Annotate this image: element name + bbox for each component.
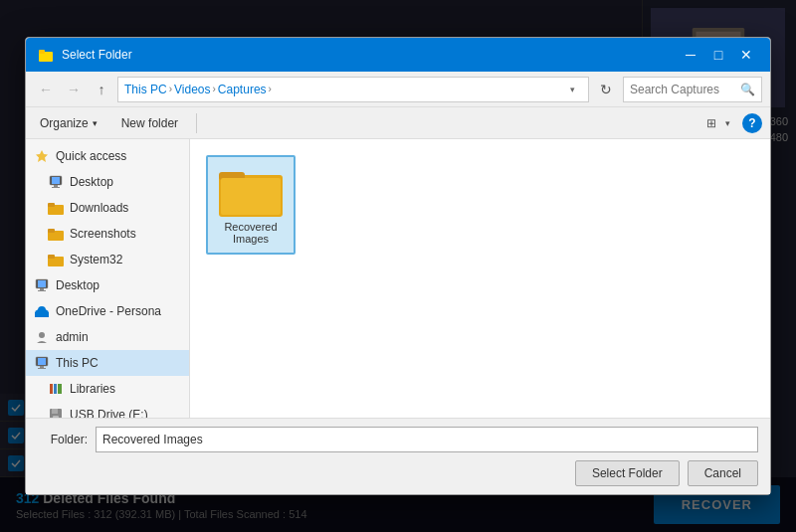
sidebar-label-downloads: Downloads <box>70 201 128 215</box>
sidebar-item-desktop2[interactable]: Desktop <box>26 272 189 298</box>
folder-label-recovered-images: Recovered Images <box>212 221 290 245</box>
cancel-button[interactable]: Cancel <box>688 460 758 486</box>
svg-rect-21 <box>38 290 46 291</box>
sidebar-icon-onedrive <box>34 303 50 319</box>
view-chevron: ▾ <box>725 118 730 128</box>
view-button[interactable]: ⊞ <box>699 111 723 135</box>
organize-button[interactable]: Organize ▾ <box>34 114 103 132</box>
address-bar: This PC › Videos › Captures › ▾ <box>117 77 589 102</box>
svg-point-26 <box>39 332 45 338</box>
sidebar-item-usb-drive[interactable]: USB Drive (E:) <box>26 402 189 418</box>
forward-button[interactable]: → <box>62 78 86 101</box>
svg-rect-36 <box>53 416 59 418</box>
help-button[interactable]: ? <box>742 113 762 133</box>
new-folder-button[interactable]: New folder <box>115 114 184 132</box>
sidebar-item-system32[interactable]: System32 <box>26 247 189 272</box>
sidebar-item-admin[interactable]: admin <box>26 324 189 350</box>
sidebar-icon-screenshots <box>48 226 64 242</box>
sep-1: › <box>169 84 172 94</box>
titlebar-left: Select Folder <box>38 47 132 63</box>
sidebar-label-desktop: Desktop <box>70 175 113 189</box>
svg-rect-30 <box>38 368 46 369</box>
sidebar-label-this-pc: This PC <box>56 356 99 370</box>
new-folder-label: New folder <box>121 116 178 130</box>
search-box: 🔍 <box>623 77 762 102</box>
sidebar-icon-desktop <box>48 174 64 190</box>
sidebar-item-desktop[interactable]: Desktop <box>26 169 189 195</box>
action-bar: Organize ▾ New folder ⊞ ▾ ? <box>26 107 770 139</box>
sidebar-icon-usb-drive <box>48 407 64 418</box>
navigation-toolbar: ← → ↑ This PC › Videos › Captures › ▾ ↻ … <box>26 72 770 107</box>
view-controls: ⊞ ▾ <box>699 111 730 135</box>
dialog-overlay: Select Folder ─ □ ✕ ← → ↑ This PC › Vide… <box>0 0 796 532</box>
folder-input[interactable] <box>96 427 758 452</box>
dialog-icon <box>38 47 54 63</box>
select-folder-button[interactable]: Select Folder <box>575 460 680 486</box>
sidebar-label-usb-drive: USB Drive (E:) <box>70 408 148 418</box>
svg-rect-46 <box>221 178 281 215</box>
minimize-button[interactable]: ─ <box>679 45 702 65</box>
svg-rect-31 <box>50 384 53 394</box>
breadcrumb: This PC › Videos › Captures › <box>124 83 558 96</box>
titlebar-controls: ─ □ ✕ <box>679 45 758 65</box>
sep-2: › <box>213 84 216 94</box>
svg-rect-15 <box>48 229 55 233</box>
sidebar-label-admin: admin <box>56 330 89 344</box>
refresh-button[interactable]: ↻ <box>593 77 619 102</box>
svg-rect-33 <box>58 384 62 394</box>
sidebar-label-screenshots: Screenshots <box>70 227 136 241</box>
sep-3: › <box>269 84 272 94</box>
sidebar-icon-this-pc <box>34 355 50 371</box>
up-button[interactable]: ↑ <box>90 78 113 101</box>
sidebar-item-screenshots[interactable]: Screenshots <box>26 221 189 247</box>
svg-rect-10 <box>54 185 58 187</box>
sidebar-item-onedrive[interactable]: OneDrive - Persona <box>26 298 189 324</box>
folder-label: Folder: <box>38 433 88 446</box>
search-input[interactable] <box>630 83 736 96</box>
address-dropdown[interactable]: ▾ <box>562 85 582 94</box>
breadcrumb-part-2[interactable]: Videos <box>174 83 210 96</box>
svg-rect-6 <box>39 50 45 54</box>
sidebar-icon-system32 <box>48 252 64 267</box>
sidebar-icon-desktop2 <box>34 277 50 293</box>
sidebar-label-quick-access: Quick access <box>56 149 126 163</box>
separator <box>196 113 197 133</box>
back-button[interactable]: ← <box>34 78 58 101</box>
sidebar-item-this-pc[interactable]: This PC <box>26 350 189 376</box>
dialog-buttons: Select Folder Cancel <box>38 460 758 486</box>
folder-icon <box>219 165 283 217</box>
dialog-footer: Folder: Select Folder Cancel <box>26 418 770 494</box>
svg-rect-20 <box>40 288 44 290</box>
sidebar-label-libraries: Libraries <box>70 382 115 396</box>
breadcrumb-part-1[interactable]: This PC <box>124 83 167 96</box>
dialog-content: Quick accessDesktopDownloadsScreenshotsS… <box>26 139 770 418</box>
sidebar-icon-admin <box>34 329 50 345</box>
nav-tree: Quick accessDesktopDownloadsScreenshotsS… <box>26 139 190 418</box>
organize-label: Organize <box>40 116 89 130</box>
dialog-titlebar: Select Folder ─ □ ✕ <box>26 38 770 72</box>
svg-rect-11 <box>52 187 60 188</box>
svg-rect-25 <box>35 312 49 317</box>
sidebar-label-desktop2: Desktop <box>56 278 100 292</box>
svg-rect-28 <box>38 358 46 365</box>
svg-rect-13 <box>48 203 55 207</box>
sidebar-icon-quick-access <box>34 148 50 164</box>
organize-chevron: ▾ <box>93 118 98 128</box>
sidebar-label-system32: System32 <box>70 253 122 266</box>
breadcrumb-part-3[interactable]: Captures <box>218 83 267 96</box>
maximize-button[interactable]: □ <box>706 45 730 65</box>
svg-rect-19 <box>38 280 46 287</box>
close-button[interactable]: ✕ <box>734 45 758 65</box>
sidebar-item-libraries[interactable]: Libraries <box>26 376 189 402</box>
folder-item-recovered-images[interactable]: Recovered Images <box>206 155 296 255</box>
svg-rect-35 <box>52 409 58 414</box>
svg-rect-29 <box>40 366 44 368</box>
dialog-title: Select Folder <box>62 48 132 62</box>
sidebar-item-quick-access[interactable]: Quick access <box>26 143 189 169</box>
folder-area: Recovered Images <box>190 139 770 418</box>
svg-rect-17 <box>48 255 55 259</box>
sidebar-icon-downloads <box>48 200 64 216</box>
sidebar-item-downloads[interactable]: Downloads <box>26 195 189 221</box>
svg-marker-7 <box>36 150 48 162</box>
search-icon: 🔍 <box>740 83 755 96</box>
